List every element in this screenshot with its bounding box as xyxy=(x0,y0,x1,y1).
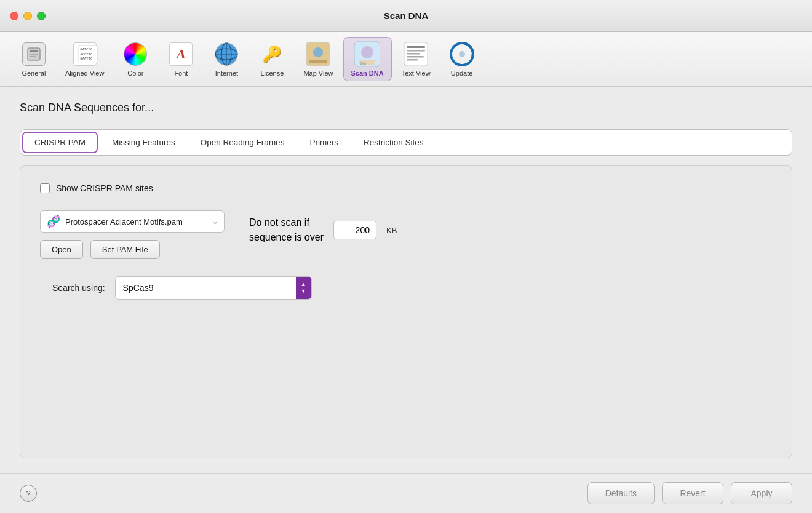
svg-point-17 xyxy=(361,46,373,58)
svg-rect-3 xyxy=(30,56,36,57)
svg-text:DNA: DNA xyxy=(360,62,366,65)
section-title: Scan DNA Sequences for... xyxy=(20,101,792,114)
tab-restriction-sites[interactable]: Restriction Sites xyxy=(351,132,436,153)
open-button[interactable]: Open xyxy=(40,240,83,259)
svg-point-28 xyxy=(459,51,465,57)
content-panel: Show CRISPR PAM sites 🧬 Protospacer Adja… xyxy=(20,165,792,458)
tabs-container: CRISPR PAM Missing Features Open Reading… xyxy=(20,129,792,156)
tab-missing-features[interactable]: Missing Features xyxy=(100,132,188,153)
pam-file-text: Protospacer Adjacent Motifs.pam xyxy=(65,217,207,226)
svg-rect-21 xyxy=(407,46,425,48)
toolbar-scan-dna-label: Scan DNA xyxy=(351,70,384,77)
text-view-icon xyxy=(403,41,429,67)
svg-rect-24 xyxy=(407,56,424,58)
toolbar-color-label: Color xyxy=(127,70,143,77)
scan-dna-icon: DNA xyxy=(354,41,380,67)
set-pam-file-button[interactable]: Set PAM File xyxy=(90,240,160,259)
toolbar-item-internet[interactable]: Internet xyxy=(205,38,248,81)
toolbar-text-view-label: Text View xyxy=(402,70,431,77)
titlebar: Scan DNA xyxy=(0,0,812,32)
revert-button[interactable]: Revert xyxy=(662,482,723,504)
pam-buttons: Open Set PAM File xyxy=(40,240,225,259)
font-icon: A xyxy=(168,41,194,67)
toolbar-item-update[interactable]: Update xyxy=(440,38,484,81)
svg-point-14 xyxy=(313,47,323,57)
general-icon xyxy=(21,41,47,67)
scan-limit-input[interactable] xyxy=(333,221,376,239)
show-crispr-label: Show CRISPR PAM sites xyxy=(56,183,153,193)
toolbar-license-label: License xyxy=(260,70,284,77)
search-select[interactable]: SpCas9 ▲ ▼ xyxy=(115,276,312,300)
search-select-stepper[interactable]: ▲ ▼ xyxy=(296,277,311,299)
bottom-bar: ? Defaults Revert Apply xyxy=(0,473,812,513)
toolbar-item-scan-dna[interactable]: DNA Scan DNA xyxy=(343,37,392,81)
toolbar-item-color[interactable]: Color xyxy=(114,38,157,81)
svg-rect-1 xyxy=(30,50,38,52)
toolbar-item-text-view[interactable]: Text View xyxy=(394,38,438,81)
minimize-button[interactable] xyxy=(23,12,32,20)
toolbar-internet-label: Internet xyxy=(215,70,238,77)
toolbar-item-map-view[interactable]: Map View xyxy=(296,38,340,81)
main-content: Scan DNA Sequences for... CRISPR PAM Mis… xyxy=(0,87,812,473)
search-row: Search using: SpCas9 ▲ ▼ xyxy=(52,276,772,300)
license-icon: 🔑 xyxy=(259,41,285,67)
svg-rect-22 xyxy=(407,50,425,52)
help-button[interactable]: ? xyxy=(20,485,37,502)
svg-text:GATCGG: GATCGG xyxy=(80,47,92,51)
toolbar-aligned-view-label: Aligned View xyxy=(65,70,104,77)
svg-rect-15 xyxy=(309,60,327,63)
search-label: Search using: xyxy=(52,283,105,293)
pam-right: Do not scan if sequence is over KB xyxy=(249,215,397,245)
defaults-button[interactable]: Defaults xyxy=(587,482,655,504)
toolbar-map-view-label: Map View xyxy=(303,70,333,77)
chevron-down-icon: ▼ xyxy=(301,288,306,294)
tab-primers[interactable]: Primers xyxy=(297,132,351,153)
tab-open-reading-frames[interactable]: Open Reading Frames xyxy=(188,132,298,153)
aligned-view-icon: GATCGG ACCTTG GAATTC xyxy=(72,41,98,67)
close-button[interactable] xyxy=(10,12,18,20)
toolbar-font-label: Font xyxy=(174,70,188,77)
show-crispr-checkbox[interactable] xyxy=(40,183,50,193)
svg-rect-23 xyxy=(407,53,420,55)
internet-icon xyxy=(213,41,239,67)
svg-text:GAATTC: GAATTC xyxy=(80,57,92,60)
toolbar-item-general[interactable]: General xyxy=(12,38,55,81)
toolbar-general-label: General xyxy=(22,70,46,77)
maximize-button[interactable] xyxy=(37,12,46,20)
tab-crispr-pam[interactable]: CRISPR PAM xyxy=(22,132,98,153)
svg-rect-25 xyxy=(407,59,418,61)
window-title: Scan DNA xyxy=(384,10,429,21)
toolbar-item-license[interactable]: 🔑 License xyxy=(250,38,293,81)
search-select-value: SpCas9 xyxy=(116,278,296,298)
toolbar-item-aligned-view[interactable]: GATCGG ACCTTG GAATTC Aligned View xyxy=(58,38,111,81)
pam-row: 🧬 Protospacer Adjacent Motifs.pam ⌄ Open… xyxy=(40,210,772,259)
show-crispr-row: Show CRISPR PAM sites xyxy=(40,183,772,193)
apply-button[interactable]: Apply xyxy=(731,482,792,504)
svg-rect-2 xyxy=(30,54,38,55)
toolbar-update-label: Update xyxy=(451,70,472,77)
toolbar-item-font[interactable]: A Font xyxy=(159,38,202,81)
toolbar: General GATCGG ACCTTG GAATTC Aligned Vie… xyxy=(0,32,812,87)
update-icon xyxy=(449,41,475,67)
pam-left: 🧬 Protospacer Adjacent Motifs.pam ⌄ Open… xyxy=(40,210,225,259)
svg-text:ACCTTG: ACCTTG xyxy=(80,52,92,56)
chevron-up-icon: ▲ xyxy=(301,282,306,287)
color-icon xyxy=(122,41,148,67)
kb-label: KB xyxy=(386,226,397,235)
pam-file-icon: 🧬 xyxy=(47,215,60,228)
pam-dropdown-chevron-icon: ⌄ xyxy=(212,218,218,226)
traffic-lights xyxy=(10,12,46,20)
map-view-icon xyxy=(305,41,331,67)
pam-file-dropdown[interactable]: 🧬 Protospacer Adjacent Motifs.pam ⌄ xyxy=(40,210,225,233)
scan-limit-label: Do not scan if sequence is over xyxy=(249,215,324,245)
